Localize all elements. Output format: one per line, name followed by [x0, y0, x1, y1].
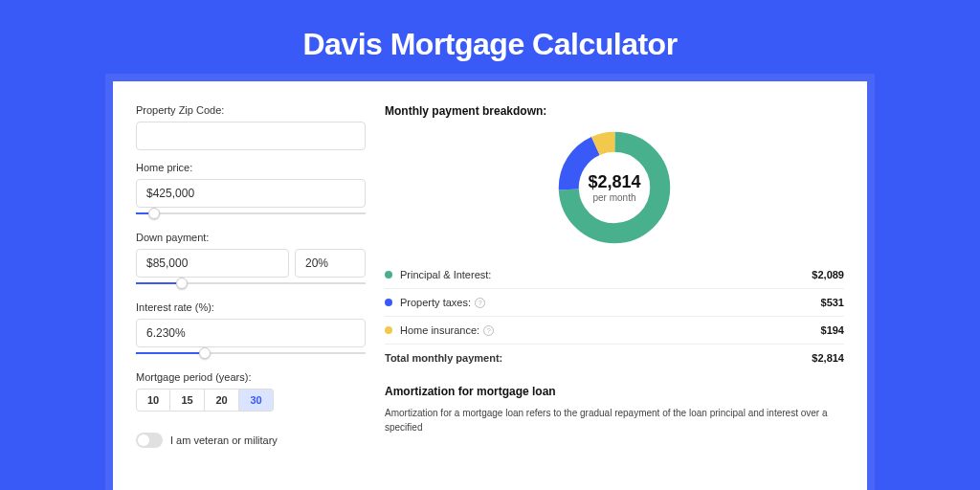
interest-rate-input[interactable] — [136, 319, 366, 347]
donut-center-value: $2,814 — [588, 172, 640, 192]
down-payment-label: Down payment: — [136, 232, 366, 243]
period-option-15[interactable]: 15 — [170, 389, 205, 412]
veteran-toggle[interactable] — [136, 433, 163, 448]
legend-row: Home insurance:?$194 — [385, 317, 844, 345]
period-option-30[interactable]: 30 — [239, 389, 274, 412]
amortization-text: Amortization for a mortgage loan refers … — [385, 406, 844, 434]
legend-value: $2,089 — [812, 269, 844, 280]
legend-total-label: Total monthly payment: — [385, 352, 812, 364]
breakdown-legend: Principal & Interest:$2,089Property taxe… — [385, 261, 844, 371]
legend-total-value: $2,814 — [812, 352, 844, 364]
legend-value: $194 — [821, 324, 844, 336]
donut-center-sub: per month — [592, 192, 635, 203]
down-payment-pct-input[interactable] — [295, 249, 366, 278]
breakdown-title: Monthly payment breakdown: — [385, 104, 844, 118]
donut-chart: $2,814 per month — [385, 123, 844, 256]
zip-label: Property Zip Code: — [136, 104, 366, 116]
home-price-slider[interactable] — [136, 207, 366, 220]
legend-label: Home insurance:? — [400, 324, 821, 336]
legend-row: Property taxes:?$531 — [385, 289, 844, 317]
help-icon[interactable]: ? — [475, 298, 485, 308]
home-price-input[interactable] — [136, 179, 366, 208]
home-price-slider-thumb[interactable] — [148, 208, 160, 219]
calculator-panel: Property Zip Code: Home price: Down paym… — [113, 81, 867, 490]
help-icon[interactable]: ? — [483, 325, 494, 336]
amortization-section: Amortization for mortgage loan Amortizat… — [385, 385, 844, 434]
legend-value: $531 — [821, 297, 844, 308]
amortization-title: Amortization for mortgage loan — [385, 385, 844, 398]
legend-label: Property taxes:? — [400, 297, 821, 308]
down-payment-slider[interactable] — [136, 277, 366, 290]
page-title: Davis Mortgage Calculator — [302, 27, 677, 62]
mortgage-period-label: Mortgage period (years): — [136, 371, 366, 383]
results-column: Monthly payment breakdown: $2,814 per mo… — [385, 104, 844, 490]
legend-total-row: Total monthly payment:$2,814 — [385, 345, 844, 371]
legend-dot — [385, 271, 392, 278]
interest-rate-slider[interactable] — [136, 346, 366, 360]
zip-input[interactable] — [136, 122, 366, 150]
period-option-20[interactable]: 20 — [205, 389, 239, 412]
legend-row: Principal & Interest:$2,089 — [385, 261, 844, 289]
legend-dot — [385, 326, 392, 334]
interest-rate-slider-thumb[interactable] — [199, 347, 211, 359]
inputs-column: Property Zip Code: Home price: Down paym… — [136, 104, 366, 490]
home-price-label: Home price: — [136, 162, 366, 173]
interest-rate-label: Interest rate (%): — [136, 301, 366, 313]
legend-label: Principal & Interest: — [400, 269, 812, 280]
period-option-10[interactable]: 10 — [136, 389, 170, 412]
veteran-label: I am veteran or military — [170, 434, 278, 446]
down-payment-slider-thumb[interactable] — [176, 278, 188, 289]
down-payment-input[interactable] — [136, 249, 289, 278]
mortgage-period-group: 10152030 — [136, 389, 366, 412]
legend-dot — [385, 299, 392, 306]
